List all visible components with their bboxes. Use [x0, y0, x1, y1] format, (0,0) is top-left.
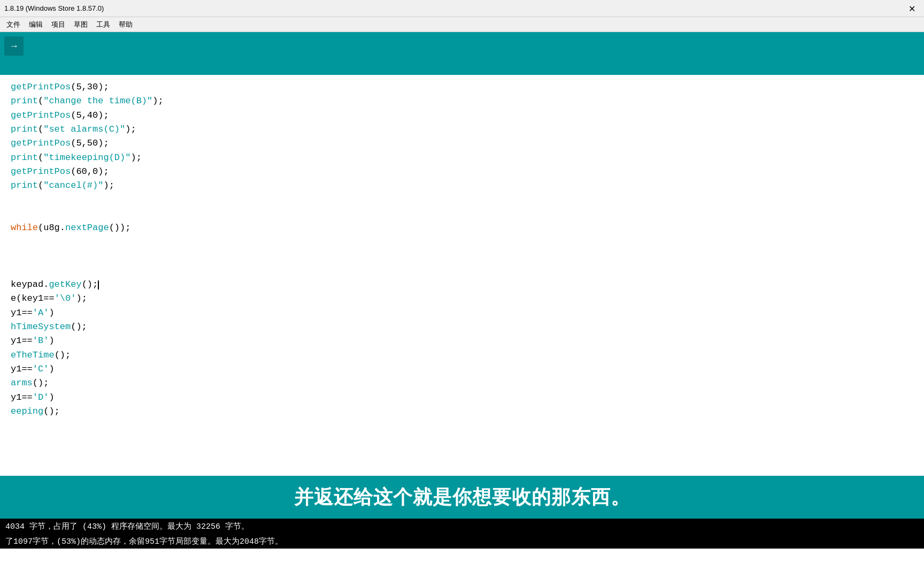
tab-bar [0, 60, 924, 75]
code-line: while(u8g.nextPage()); [11, 221, 913, 235]
menu-sketch[interactable]: 草图 [70, 19, 92, 31]
toolbar: → [0, 32, 924, 60]
code-line: arms(); [11, 376, 913, 390]
title-bar: 1.8.19 (Windows Store 1.8.57.0) ✕ [0, 0, 924, 17]
upload-button[interactable]: → [4, 36, 24, 56]
menu-project[interactable]: 项目 [47, 19, 70, 31]
code-editor[interactable]: getPrintPos(5,30);print("change the time… [0, 75, 924, 476]
close-button[interactable]: ✕ [899, 0, 924, 17]
status-bar-2: 了1097字节，(53%)的动态内存，余留951字节局部变量。最大为2048字节… [0, 534, 924, 549]
code-line: y1=='B') [11, 334, 913, 348]
code-line: print("cancel(#)"); [11, 179, 913, 193]
code-line: getPrintPos(5,30); [11, 80, 913, 94]
menu-tools[interactable]: 工具 [92, 19, 114, 31]
code-line [11, 193, 913, 207]
code-line [11, 207, 913, 221]
code-line: print("change the time(B)"); [11, 94, 913, 108]
menu-file[interactable]: 文件 [2, 19, 25, 31]
code-line: e(key1=='\0'); [11, 292, 913, 306]
code-line [11, 249, 913, 263]
code-line: getPrintPos(60,0); [11, 165, 913, 179]
code-line: eTheTime(); [11, 348, 913, 362]
menu-bar: 文件 编辑 项目 草图 工具 帮助 [0, 17, 924, 32]
code-line: keypad.getKey(); [11, 278, 913, 292]
code-line: print("set alarms(C)"); [11, 123, 913, 136]
code-line: eeping(); [11, 405, 913, 419]
menu-help[interactable]: 帮助 [114, 19, 137, 31]
code-line: y1=='C') [11, 362, 913, 376]
code-content: getPrintPos(5,30);print("change the time… [0, 75, 924, 476]
code-line: print("timekeeping(D)"); [11, 151, 913, 165]
code-line: y1=='D') [11, 391, 913, 405]
status-bar-1: 4034 字节，占用了 (43%) 程序存储空间。最大为 32256 字节。 [0, 519, 924, 534]
menu-edit[interactable]: 编辑 [25, 19, 47, 31]
subtitle-bar: 并返还给这个就是你想要收的那东西。 [0, 476, 924, 519]
status-text-2: 了1097字节，(53%)的动态内存，余留951字节局部变量。最大为2048字节… [5, 536, 283, 546]
code-line [11, 235, 913, 249]
code-line: y1=='A') [11, 306, 913, 320]
subtitle-text: 并返还给这个就是你想要收的那东西。 [294, 484, 630, 511]
code-line: getPrintPos(5,40); [11, 109, 913, 123]
title-bar-text: 1.8.19 (Windows Store 1.8.57.0) [4, 4, 104, 12]
code-line: getPrintPos(5,50); [11, 136, 913, 150]
code-line: hTimeSystem(); [11, 320, 913, 334]
status-text-1: 4034 字节，占用了 (43%) 程序存储空间。最大为 32256 字节。 [5, 521, 249, 531]
code-line [11, 263, 913, 277]
